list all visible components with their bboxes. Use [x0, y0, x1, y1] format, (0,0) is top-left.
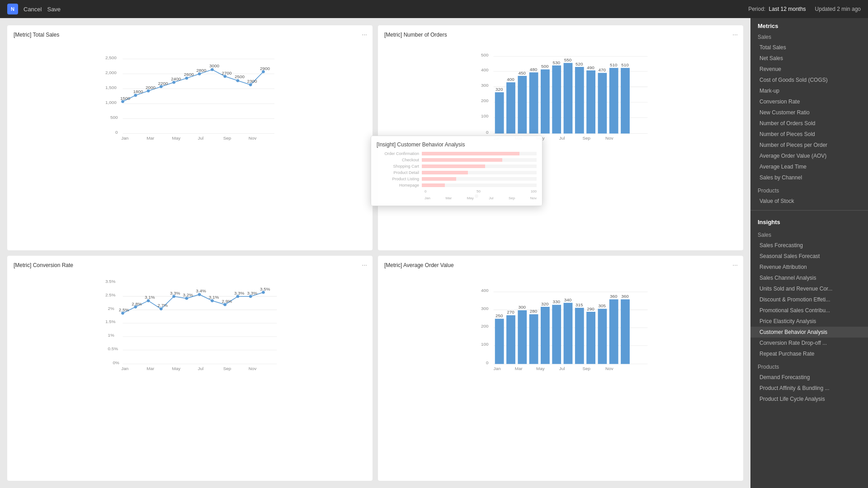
svg-text:100: 100: [481, 113, 489, 118]
svg-text:Sep: Sep: [223, 136, 231, 141]
total-sales-title: [Metric] Total Sales: [14, 32, 366, 38]
svg-text:2.7%: 2.7%: [158, 303, 168, 308]
svg-point-18: [198, 72, 201, 75]
svg-rect-147: [552, 305, 561, 364]
sidebar-item-pieces-per-order[interactable]: Number of Pieces per Order: [750, 140, 868, 150]
svg-point-20: [223, 75, 226, 78]
sidebar-item-net-sales[interactable]: Net Sales: [750, 53, 868, 64]
sidebar-item-repeat-purchase[interactable]: Repeat Purchase Rate: [750, 348, 868, 359]
popup-label-shopping-cart: Shopping Cart: [377, 164, 422, 169]
number-of-orders-menu[interactable]: ···: [732, 31, 738, 38]
svg-text:0: 0: [115, 130, 118, 135]
sidebar-item-new-customer-ratio[interactable]: New Customer Ratio: [750, 107, 868, 118]
sidebar-item-sales-channel-analysis[interactable]: Sales Channel Analysis: [750, 272, 868, 283]
svg-text:200: 200: [481, 98, 489, 103]
sidebar-item-pieces-sold[interactable]: Number of Pieces Sold: [750, 129, 868, 140]
svg-text:Jan: Jan: [121, 136, 128, 141]
sidebar-item-total-sales[interactable]: Total Sales: [750, 42, 868, 53]
popup-label-homepage: Homepage: [377, 183, 422, 188]
right-panel: Metrics Sales Total Sales Net Sales Reve…: [750, 18, 868, 488]
sidebar-item-customer-behavior[interactable]: Customer Behavior Analysis: [750, 327, 868, 338]
svg-rect-149: [564, 303, 573, 364]
sidebar-item-units-sold-revenue[interactable]: Units Sold and Revenue Cor...: [750, 283, 868, 294]
period-value[interactable]: Last 12 months: [769, 6, 806, 12]
metrics-section-title: Metrics: [750, 18, 868, 31]
sidebar-item-sales-forecasting[interactable]: Sales Forecasting: [750, 240, 868, 251]
svg-text:2.5%: 2.5%: [105, 292, 116, 297]
svg-text:2800: 2800: [196, 68, 207, 73]
svg-rect-76: [621, 68, 630, 133]
sidebar-item-lead-time[interactable]: Average Lead Time: [750, 161, 868, 172]
sidebar-item-value-of-stock[interactable]: Value of Stock: [750, 196, 868, 206]
popup-label-product-detail: Product Detail: [377, 170, 422, 175]
sidebar-item-conversion-drop[interactable]: Conversion Rate Drop-off ...: [750, 338, 868, 348]
sidebar-item-conversion-rate[interactable]: Conversion Rate: [750, 96, 868, 107]
sidebar-item-promotional-sales[interactable]: Promotional Sales Contribu...: [750, 305, 868, 316]
svg-text:300: 300: [481, 83, 489, 88]
svg-rect-151: [575, 308, 584, 364]
svg-text:490: 490: [587, 65, 594, 70]
svg-text:250: 250: [495, 313, 503, 318]
svg-text:1800: 1800: [133, 89, 144, 94]
svg-text:0%: 0%: [113, 360, 120, 365]
svg-text:Jul: Jul: [559, 136, 565, 141]
topbar: N Cancel Save Period: Last 12 months Upd…: [0, 0, 868, 18]
sidebar-item-revenue[interactable]: Revenue: [750, 64, 868, 75]
svg-rect-139: [506, 315, 515, 364]
svg-text:400: 400: [481, 288, 489, 293]
sidebar-item-seasonal-forecast[interactable]: Seasonal Sales Forecast: [750, 251, 868, 262]
svg-text:530: 530: [552, 60, 560, 65]
popup-overlay: [Insight] Customer Behavior Analysis Ord…: [371, 136, 542, 206]
svg-text:500: 500: [110, 115, 118, 120]
conversion-rate-menu[interactable]: ···: [362, 261, 367, 268]
svg-text:550: 550: [564, 57, 572, 62]
svg-text:510: 510: [621, 62, 629, 67]
svg-text:0.5%: 0.5%: [108, 346, 118, 351]
svg-text:Nov: Nov: [249, 366, 257, 371]
sidebar-item-orders-sold[interactable]: Number of Orders Sold: [750, 118, 868, 129]
sidebar-item-discount-promotion[interactable]: Discount & Promotion Effeti...: [750, 294, 868, 305]
popup-label-product-listing: Product Listing: [377, 177, 422, 181]
svg-text:290: 290: [587, 306, 594, 311]
sidebar-item-price-elasticity[interactable]: Price Elasticity Analysis: [750, 316, 868, 327]
svg-text:Nov: Nov: [605, 136, 613, 141]
sidebar-item-demand-forecasting[interactable]: Demand Forecasting: [750, 372, 868, 383]
sidebar-item-markup[interactable]: Mark-up: [750, 85, 868, 96]
popup-bar-checkout: [422, 158, 537, 162]
sidebar-item-product-lifecycle[interactable]: Product Life Cycle Analysis: [750, 394, 868, 404]
average-order-value-card: [Metric] Average Order Value ··· 0 100 2…: [378, 256, 743, 481]
svg-text:2200: 2200: [158, 81, 169, 86]
svg-rect-141: [518, 310, 527, 364]
dashboard: [Metric] Total Sales ··· 0 500 1,000 1,5…: [0, 18, 750, 488]
sidebar-item-product-affinity[interactable]: Product Affinity & Bundling ...: [750, 383, 868, 394]
popup-title: [Insight] Customer Behavior Analysis: [377, 141, 537, 148]
svg-text:2500: 2500: [235, 74, 245, 79]
svg-text:400: 400: [481, 67, 489, 72]
svg-text:Nov: Nov: [605, 366, 613, 371]
popup-row-product-detail: Product Detail: [377, 170, 537, 175]
popup-xaxis: 0 50 100: [377, 189, 537, 193]
svg-text:1.5%: 1.5%: [105, 319, 116, 324]
svg-text:Mar: Mar: [146, 136, 155, 141]
sidebar-item-revenue-attribution[interactable]: Revenue Attribution: [750, 262, 868, 272]
svg-text:480: 480: [530, 67, 538, 72]
svg-text:2%: 2%: [108, 306, 115, 311]
svg-text:3.3%: 3.3%: [170, 291, 180, 296]
sidebar-item-cogs[interactable]: Cost of Goods Sold (COGS): [750, 75, 868, 85]
svg-text:Jan: Jan: [494, 366, 501, 371]
svg-text:315: 315: [576, 302, 583, 307]
sidebar-item-sales-by-channel[interactable]: Sales by Channel: [750, 172, 868, 183]
svg-rect-143: [529, 314, 538, 364]
cancel-button[interactable]: Cancel: [24, 6, 42, 13]
sales-section-title: Sales: [750, 31, 868, 42]
save-button[interactable]: Save: [47, 6, 61, 13]
svg-text:0: 0: [486, 360, 489, 365]
sidebar-item-aov[interactable]: Average Order Value (AOV): [750, 150, 868, 161]
svg-rect-137: [495, 319, 504, 364]
svg-point-103: [198, 293, 201, 296]
number-of-orders-chart: 0 100 200 300 400 500 320 4: [384, 42, 737, 141]
svg-text:2000: 2000: [146, 85, 156, 90]
svg-text:2,500: 2,500: [105, 55, 117, 60]
total-sales-menu[interactable]: ···: [362, 31, 367, 38]
average-order-value-menu[interactable]: ···: [732, 261, 738, 268]
